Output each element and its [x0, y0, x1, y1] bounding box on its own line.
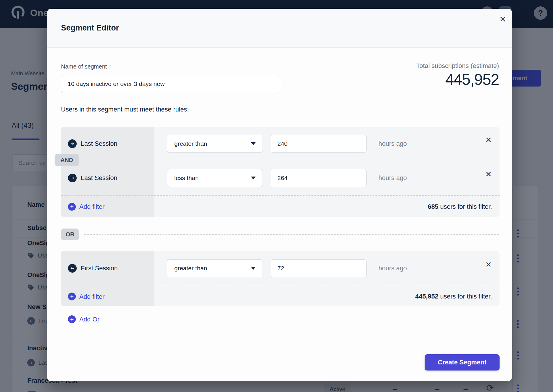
- remove-filter-icon[interactable]: ✕: [483, 259, 494, 270]
- plus-icon: +: [68, 293, 76, 301]
- remove-filter-icon[interactable]: ✕: [483, 135, 494, 145]
- remove-filter-icon[interactable]: ✕: [483, 169, 494, 179]
- filter-value-input[interactable]: [271, 169, 367, 187]
- name-of-segment-label: Name of segment *: [61, 63, 111, 70]
- operator-select[interactable]: greater than: [167, 135, 263, 153]
- screen: OneSignal K ? Main Website Segments All …: [0, 0, 553, 392]
- caret-down-icon: [251, 177, 256, 179]
- last-session-icon: ➜: [68, 174, 77, 182]
- add-filter-button[interactable]: + Add filter: [68, 293, 105, 301]
- rules-heading: Users in this segment must meet these ru…: [61, 106, 189, 113]
- filter-field-last-session: ➜ Last Session: [68, 139, 117, 148]
- filter-user-count: 685 users for this filter.: [428, 203, 492, 211]
- required-mark: *: [109, 63, 111, 70]
- add-or-button[interactable]: + Add Or: [68, 315, 100, 323]
- caret-down-icon: [251, 267, 256, 270]
- segment-editor-modal: Segment Editor ✕ Name of segment * Total…: [47, 9, 512, 381]
- unit-label: hours ago: [378, 265, 407, 272]
- filter-user-count: 445,952 users for this filter.: [415, 293, 492, 300]
- unit-label: hours ago: [378, 174, 407, 182]
- unit-label: hours ago: [378, 140, 407, 148]
- total-subscriptions-label: Total subscriptions (estimate): [416, 62, 499, 70]
- filter-group-1: ➜ Last Session greater than hours ago ✕ …: [61, 127, 500, 217]
- segment-name-input[interactable]: [61, 75, 280, 93]
- or-divider: [84, 234, 499, 235]
- filter-group-2: ➜ First Session greater than hours ago ✕…: [61, 251, 500, 306]
- first-session-icon: ➜: [68, 264, 77, 273]
- or-badge: OR: [61, 229, 79, 240]
- plus-icon: +: [68, 315, 76, 323]
- add-filter-button[interactable]: + Add filter: [68, 203, 105, 211]
- close-icon[interactable]: ✕: [496, 13, 509, 26]
- operator-select[interactable]: less than: [167, 169, 263, 187]
- modal-header: Segment Editor: [47, 9, 512, 48]
- and-badge: AND: [55, 154, 79, 166]
- total-subscriptions-value: 445,952: [445, 71, 499, 87]
- filter-field-first-session: ➜ First Session: [68, 264, 118, 273]
- filter-group-footer: + Add filter 445,952 users for this filt…: [61, 286, 500, 307]
- last-session-icon: ➜: [68, 139, 77, 148]
- operator-select[interactable]: greater than: [167, 259, 263, 277]
- filter-field-last-session: ➜ Last Session: [68, 174, 117, 182]
- caret-down-icon: [251, 142, 256, 145]
- filter-group-footer: + Add filter 685 users for this filter.: [61, 195, 500, 217]
- create-segment-button[interactable]: Create Segment: [425, 354, 500, 371]
- filter-value-input[interactable]: [271, 259, 367, 277]
- modal-title: Segment Editor: [61, 24, 119, 33]
- plus-icon: +: [68, 203, 76, 211]
- filter-value-input[interactable]: [271, 135, 367, 153]
